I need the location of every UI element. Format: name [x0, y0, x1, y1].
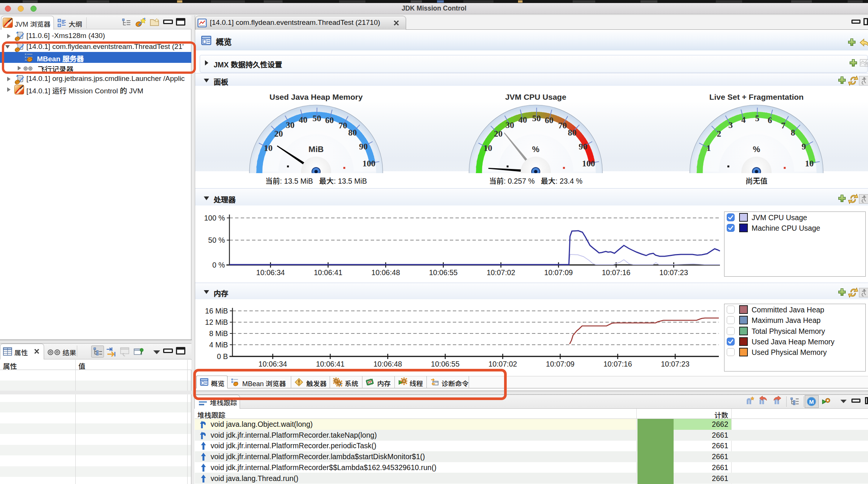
svg-text:3: 3 — [728, 120, 733, 130]
svg-text:80: 80 — [568, 128, 576, 137]
svg-text:7: 7 — [781, 121, 785, 130]
svg-text:10: 10 — [805, 159, 814, 168]
svg-text:10: 10 — [483, 143, 492, 153]
svg-text:8: 8 — [791, 128, 795, 137]
svg-text:30: 30 — [286, 120, 295, 130]
svg-text:16 MiB: 16 MiB — [205, 307, 228, 315]
svg-text:100: 100 — [362, 159, 376, 168]
svg-text:10:06:55: 10:06:55 — [429, 268, 458, 277]
svg-text:0 %: 0 % — [212, 261, 225, 269]
svg-text:90: 90 — [359, 142, 368, 151]
svg-text:6: 6 — [768, 116, 772, 125]
svg-text:10:06:34: 10:06:34 — [258, 360, 287, 368]
svg-text:30: 30 — [506, 120, 514, 130]
svg-text:10:06:48: 10:06:48 — [373, 360, 402, 368]
svg-text:10:07:09: 10:07:09 — [546, 360, 575, 368]
svg-text:10:06:55: 10:06:55 — [431, 360, 460, 368]
svg-text:20: 20 — [494, 129, 503, 139]
svg-text:10:06:41: 10:06:41 — [314, 268, 342, 277]
svg-text:100: 100 — [582, 159, 595, 168]
svg-text:100 %: 100 % — [204, 214, 225, 222]
svg-text:9: 9 — [802, 142, 806, 151]
svg-text:10:07:16: 10:07:16 — [604, 360, 632, 368]
svg-text:12 MiB: 12 MiB — [205, 318, 228, 326]
svg-text:4 MiB: 4 MiB — [209, 341, 228, 349]
svg-text:50 %: 50 % — [208, 236, 225, 244]
svg-text:70: 70 — [558, 121, 567, 130]
svg-text:1: 1 — [706, 143, 711, 153]
svg-text:80: 80 — [348, 128, 357, 137]
svg-text:10:07:16: 10:07:16 — [602, 268, 630, 277]
svg-text:10:06:41: 10:06:41 — [316, 360, 345, 368]
svg-text:40: 40 — [299, 115, 307, 125]
svg-text:MiB: MiB — [309, 145, 324, 154]
svg-text:2: 2 — [717, 129, 721, 139]
svg-text:10:07:02: 10:07:02 — [488, 360, 517, 368]
svg-text:50: 50 — [532, 114, 541, 123]
svg-text:70: 70 — [339, 121, 347, 130]
svg-text:8 MiB: 8 MiB — [209, 329, 228, 338]
svg-text:10:07:02: 10:07:02 — [487, 268, 515, 277]
svg-text:20: 20 — [274, 129, 283, 139]
svg-text:10:07:09: 10:07:09 — [544, 268, 573, 277]
svg-text:50: 50 — [313, 114, 321, 123]
svg-text:0 B: 0 B — [217, 352, 228, 361]
svg-text:40: 40 — [518, 115, 527, 125]
svg-text:90: 90 — [579, 142, 587, 151]
svg-text:60: 60 — [325, 116, 334, 125]
svg-text:10:07:23: 10:07:23 — [659, 268, 688, 277]
svg-text:60: 60 — [545, 116, 553, 125]
svg-text:M: M — [809, 399, 814, 405]
svg-text:%: % — [532, 145, 539, 154]
svg-text:5: 5 — [755, 114, 760, 123]
svg-text:10: 10 — [264, 143, 272, 153]
svg-text:10:06:34: 10:06:34 — [256, 268, 285, 277]
svg-text:10:06:48: 10:06:48 — [371, 268, 400, 277]
svg-text:%: % — [753, 145, 760, 154]
svg-text:10:07:23: 10:07:23 — [661, 360, 689, 368]
svg-text:4: 4 — [741, 115, 746, 125]
